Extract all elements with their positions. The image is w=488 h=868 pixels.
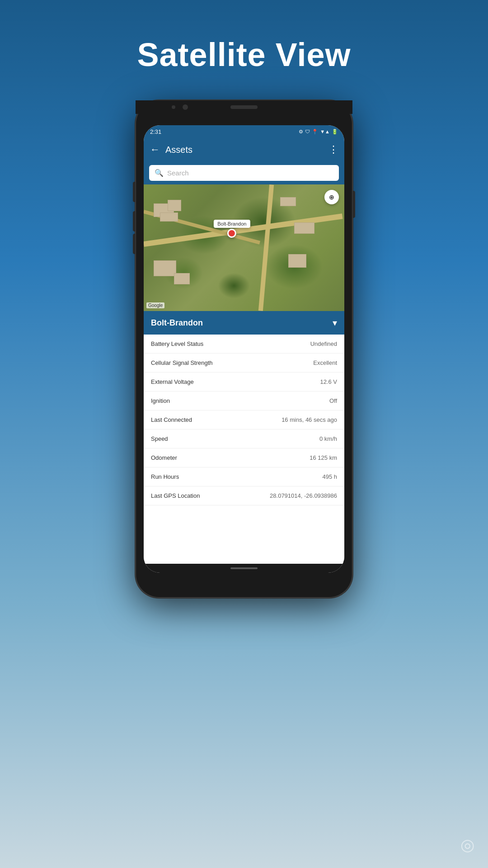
info-label: External Voltage: [151, 378, 194, 385]
status-icons: ⚙ 🛡 📍 ▼▲ 🔋: [299, 129, 338, 135]
brand-logo: ◎: [460, 835, 474, 854]
map-building: [280, 197, 296, 206]
table-row: Run Hours495 h: [144, 467, 344, 486]
info-value: Undefined: [310, 340, 337, 347]
map-building: [288, 254, 306, 268]
search-bar[interactable]: 🔍 Search: [149, 165, 339, 181]
info-label: Ignition: [151, 397, 170, 404]
home-indicator: [230, 567, 258, 569]
shield-status-icon: 🛡: [305, 129, 310, 134]
table-row: Last GPS Location28.0791014, -26.0938986: [144, 486, 344, 505]
phone-home-bar: [144, 564, 344, 573]
table-row: IgnitionOff: [144, 392, 344, 410]
map-area[interactable]: Bolt-Brandon ⊕ Google: [144, 184, 344, 311]
info-value: Off: [329, 397, 337, 404]
info-label: Last GPS Location: [151, 492, 200, 499]
map-compass-button[interactable]: ⊕: [324, 190, 339, 204]
search-bar-container: 🔍 Search: [144, 161, 344, 184]
info-label: Battery Level Status: [151, 340, 203, 347]
phone-screen: 2:31 ⚙ 🛡 📍 ▼▲ 🔋 ← Assets ⋮ 🔍 Se: [144, 125, 344, 573]
info-value: 0 km/h: [319, 435, 337, 442]
search-icon: 🔍: [155, 169, 164, 177]
asset-name: Bolt-Brandon: [151, 318, 203, 328]
table-row: Speed0 km/h: [144, 429, 344, 448]
table-row: Battery Level StatusUndefined: [144, 335, 344, 354]
table-row: Last Connected16 mins, 46 secs ago: [144, 410, 344, 429]
asset-expand-icon: ▾: [333, 317, 337, 328]
info-label: Last Connected: [151, 416, 192, 423]
info-label: Run Hours: [151, 473, 179, 480]
phone-device: 2:31 ⚙ 🛡 📍 ▼▲ 🔋 ← Assets ⋮ 🔍 Se: [136, 100, 352, 598]
app-bar: ← Assets ⋮: [144, 138, 344, 161]
map-building: [168, 200, 181, 211]
info-value: 16 mins, 46 secs ago: [282, 416, 337, 423]
map-building: [174, 273, 190, 284]
status-bar: 2:31 ⚙ 🛡 📍 ▼▲ 🔋: [144, 125, 344, 138]
map-pin-label: Bolt-Brandon: [214, 220, 250, 228]
map-building: [154, 260, 176, 276]
table-row: External Voltage12.6 V: [144, 373, 344, 392]
info-value: 12.6 V: [320, 378, 337, 385]
menu-button[interactable]: ⋮: [328, 144, 338, 156]
back-button[interactable]: ←: [150, 144, 160, 156]
info-value: 28.0791014, -26.0938986: [270, 492, 337, 499]
app-bar-title: Assets: [165, 145, 328, 155]
table-row: Cellular Signal StrengthExcellent: [144, 354, 344, 373]
map-building: [160, 212, 178, 222]
speaker: [230, 105, 258, 109]
page-title: Satellite View: [137, 36, 351, 73]
table-row: Odometer16 125 km: [144, 448, 344, 467]
settings-status-icon: ⚙: [299, 129, 303, 135]
google-watermark: Google: [146, 302, 164, 308]
wifi-status-icon: ▼▲: [320, 129, 330, 134]
asset-header[interactable]: Bolt-Brandon ▾: [144, 311, 344, 335]
info-value: Excellent: [313, 359, 337, 366]
map-pin-dot: [227, 229, 236, 238]
map-building: [294, 222, 314, 234]
phone-notch: [136, 100, 352, 114]
location-status-icon: 📍: [312, 129, 318, 135]
info-label: Speed: [151, 435, 168, 442]
phone-shell: 2:31 ⚙ 🛡 📍 ▼▲ 🔋 ← Assets ⋮ 🔍 Se: [136, 100, 352, 598]
info-value: 16 125 km: [310, 454, 337, 461]
status-time: 2:31: [150, 128, 161, 135]
battery-status-icon: 🔋: [332, 129, 338, 135]
search-input[interactable]: Search: [167, 169, 189, 177]
info-label: Odometer: [151, 454, 177, 461]
asset-info-list: Battery Level StatusUndefinedCellular Si…: [144, 335, 344, 564]
map-pin: Bolt-Brandon: [214, 220, 250, 238]
info-value: 495 h: [322, 473, 337, 480]
info-label: Cellular Signal Strength: [151, 359, 213, 366]
